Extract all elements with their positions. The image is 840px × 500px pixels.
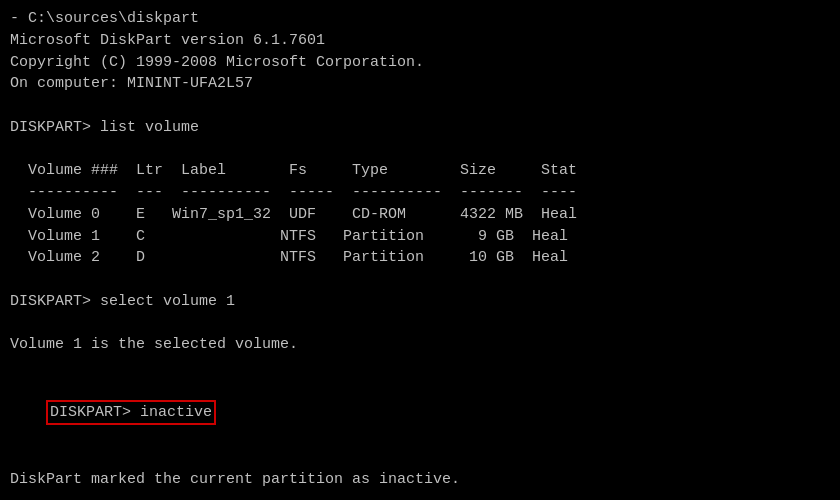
blank6 xyxy=(10,447,830,469)
blank3 xyxy=(10,269,830,291)
col-sep: ---------- --- ---------- ----- --------… xyxy=(10,182,830,204)
select-result: Volume 1 is the selected volume. xyxy=(10,334,830,356)
blank5 xyxy=(10,356,830,378)
vol1-row: Volume 1 C NTFS Partition 9 GB Heal xyxy=(10,226,830,248)
inactive-cmd-box: DISKPART> inactive xyxy=(46,400,216,426)
computer-line: On computer: MININT-UFA2L57 xyxy=(10,73,830,95)
blank1 xyxy=(10,95,830,117)
blank2 xyxy=(10,139,830,161)
select-cmd: DISKPART> select volume 1 xyxy=(10,291,830,313)
vol2-row: Volume 2 D NTFS Partition 10 GB Heal xyxy=(10,247,830,269)
terminal-window: - C:\sources\diskpart Microsoft DiskPart… xyxy=(0,0,840,500)
inactive-cmd-line: DISKPART> inactive xyxy=(10,378,830,447)
copyright-line: Copyright (C) 1999-2008 Microsoft Corpor… xyxy=(10,52,830,74)
vol0-row: Volume 0 E Win7_sp1_32 UDF CD-ROM 4322 M… xyxy=(10,204,830,226)
list-cmd: DISKPART> list volume xyxy=(10,117,830,139)
blank7 xyxy=(10,491,830,501)
inactive-result: DiskPart marked the current partition as… xyxy=(10,469,830,491)
col-header: Volume ### Ltr Label Fs Type Size Stat xyxy=(10,160,830,182)
top-bar-line: - C:\sources\diskpart xyxy=(10,8,830,30)
blank4 xyxy=(10,313,830,335)
version-line: Microsoft DiskPart version 6.1.7601 xyxy=(10,30,830,52)
